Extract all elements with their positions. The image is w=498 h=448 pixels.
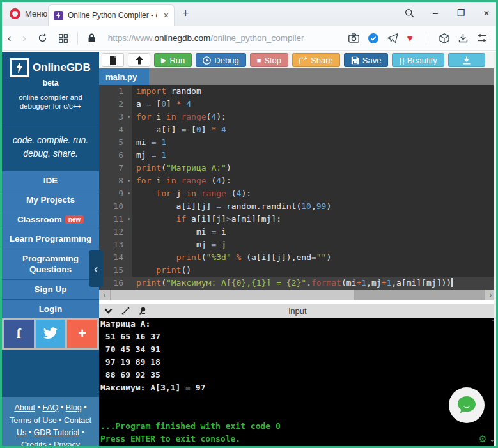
tab-close-icon[interactable]: ×	[164, 10, 169, 20]
scrollbar-thumb[interactable]	[111, 290, 354, 300]
fold-arrow-icon[interactable]: ▾	[127, 187, 130, 200]
line-number[interactable]: 15	[99, 264, 132, 277]
file-tab-mainpy[interactable]: main.py	[99, 68, 149, 85]
share-plus-button[interactable]: +	[67, 320, 97, 348]
code-line[interactable]: for j in range (4):	[132, 187, 496, 200]
close-button[interactable]: ×	[480, 8, 493, 19]
search-icon[interactable]	[405, 8, 417, 18]
sidebar-item-programming-questions[interactable]: Programming Questions	[2, 249, 99, 279]
speed-dial-grid-icon[interactable]	[59, 34, 68, 43]
line-number[interactable]: 3▾	[99, 111, 132, 123]
code-line[interactable]: print("Матрица A:")	[132, 162, 496, 174]
sidebar-item-classroom[interactable]: Classroomnew	[2, 210, 99, 229]
stop-button[interactable]: ■ Stop	[250, 53, 288, 67]
line-number[interactable]: 5	[99, 136, 132, 149]
code-line[interactable]: print("Максимум: A[{0},{1}] = {2}".forma…	[132, 277, 496, 290]
code-line[interactable]: import random	[132, 85, 496, 98]
code-line[interactable]: a[i][j] = random.randint(10,99)	[132, 200, 496, 213]
code-line[interactable]: mi = 1	[132, 136, 496, 149]
collapse-console-chevron-icon[interactable]	[104, 308, 113, 314]
code-line[interactable]: a = [0] * 4	[132, 98, 496, 111]
code-line[interactable]: for i in range(4):	[132, 111, 496, 123]
facebook-button[interactable]: f	[4, 320, 34, 348]
line-number[interactable]: 1	[99, 85, 132, 98]
console-output[interactable]: Матрица A: 51 65 16 37 70 45 34 91 97 19…	[99, 318, 496, 448]
browser-tab[interactable]: Online Python Compiler - o ×	[48, 4, 175, 26]
line-number[interactable]: 6	[99, 149, 132, 162]
console-corner-chevron-icon[interactable]: ⌄	[490, 436, 495, 443]
sidebar-item-my-projects[interactable]: My Projects	[2, 190, 99, 210]
lock-icon[interactable]	[88, 33, 96, 43]
pin-console-icon[interactable]	[139, 307, 146, 316]
downloads-icon[interactable]	[458, 33, 468, 43]
console-input-label: input	[99, 306, 496, 316]
code-line[interactable]: print()	[132, 264, 496, 277]
line-number[interactable]: 11▾	[99, 213, 132, 226]
bookmark-heart-icon[interactable]: ♥	[407, 33, 414, 44]
line-number[interactable]: 7	[99, 162, 132, 174]
maximize-button[interactable]: ❒	[455, 8, 467, 18]
footer-link-about[interactable]: About	[14, 403, 35, 412]
back-icon[interactable]: ‹	[8, 33, 11, 44]
footer-link-blog[interactable]: Blog	[66, 403, 82, 412]
editor-code-area[interactable]: import randoma = [0] * 4for i in range(4…	[132, 85, 496, 290]
run-button[interactable]: ▶ Run	[154, 53, 192, 67]
forward-icon[interactable]: ›	[22, 33, 26, 44]
footer-link-privacy[interactable]: Privacy	[54, 440, 80, 448]
code-line[interactable]: if a[i][j]>a[mi][mj]:	[132, 213, 496, 226]
code-line[interactable]: mj = j	[132, 238, 496, 251]
code-line[interactable]: mi = i	[132, 226, 496, 238]
footer-link-terms-of-use[interactable]: Terms of Use	[10, 416, 57, 425]
send-to-device-icon[interactable]	[387, 33, 398, 43]
code-line[interactable]: mj = 1	[132, 149, 496, 162]
url-text[interactable]: https://www.onlinegdb.com/online_python_…	[108, 33, 304, 43]
debug-button[interactable]: Debug	[196, 53, 245, 67]
fold-arrow-icon[interactable]: ▾	[127, 174, 130, 187]
footer-link-gdb-tutorial[interactable]: GDB Tutorial	[34, 428, 80, 437]
sidebar-item-login[interactable]: Login	[2, 299, 99, 319]
new-tab-button[interactable]: +	[182, 7, 189, 20]
line-number[interactable]: 9▾	[99, 187, 132, 200]
line-number[interactable]: 2	[99, 98, 132, 111]
sidebar-item-ide[interactable]: IDE	[2, 171, 99, 190]
code-line[interactable]: for i in range (4):	[132, 174, 496, 187]
line-number[interactable]: 8▾	[99, 174, 132, 187]
scroll-left-icon[interactable]: ‹	[99, 290, 110, 300]
download-code-button[interactable]	[448, 53, 485, 67]
settings-sliders-icon[interactable]	[477, 33, 487, 43]
sidebar-item-learn-programming[interactable]: Learn Programming	[2, 229, 99, 249]
line-number[interactable]: 14	[99, 251, 132, 264]
line-number[interactable]: 10	[99, 200, 132, 213]
code-line[interactable]: print("%3d" % (a[i][j]),end="")	[132, 251, 496, 264]
console-settings-gear-icon[interactable]: ⚙	[479, 433, 487, 445]
editor-horizontal-scrollbar[interactable]: ‹ ›	[99, 290, 496, 300]
line-number[interactable]: 16	[99, 277, 132, 290]
fold-arrow-icon[interactable]: ▾	[127, 111, 130, 123]
upload-file-button[interactable]	[128, 53, 150, 67]
footer-link-faq[interactable]: FAQ	[42, 403, 58, 412]
expand-console-icon[interactable]	[121, 307, 130, 315]
minimize-button[interactable]: –	[429, 8, 442, 18]
sidebar-collapse-button[interactable]: ‹	[89, 250, 103, 287]
footer-link-credits[interactable]: Credits	[21, 440, 47, 448]
share-button[interactable]: Share	[292, 53, 340, 67]
code-line[interactable]: a[i] = [0] * 4	[132, 123, 496, 136]
save-button[interactable]: Save	[344, 53, 389, 67]
editor-toolbar: ▶ Run Debug ■ Stop Share Save	[99, 52, 496, 68]
line-number[interactable]: 4	[99, 123, 132, 136]
fold-arrow-icon[interactable]: ▾	[127, 213, 130, 226]
new-file-button[interactable]	[102, 53, 124, 67]
snapshot-camera-icon[interactable]	[348, 33, 359, 43]
browser-menu-button[interactable]: Меню	[25, 9, 47, 19]
beautify-button[interactable]: {} Beautify	[392, 53, 444, 67]
extensions-cube-icon[interactable]	[439, 33, 449, 43]
reload-icon[interactable]	[38, 33, 47, 43]
opera-logo-icon[interactable]	[10, 8, 20, 19]
vpn-shield-icon[interactable]	[368, 33, 378, 43]
code-editor[interactable]: 123▾45678▾9▾1011▾1213141516 import rando…	[99, 85, 496, 290]
chat-widget-button[interactable]	[449, 387, 485, 423]
twitter-button[interactable]	[36, 320, 66, 348]
line-number[interactable]: 12	[99, 226, 132, 238]
sidebar-item-sign-up[interactable]: Sign Up	[2, 279, 99, 299]
line-number[interactable]: 13	[99, 238, 132, 251]
